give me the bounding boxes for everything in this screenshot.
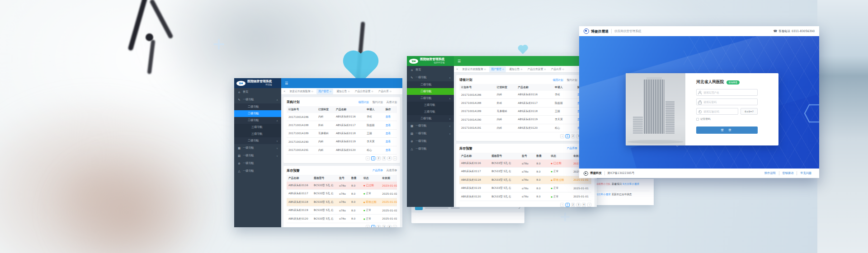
login-header: 博健供需通 供应商供货管理系统 客服电话 0311-83056390 bbox=[579, 26, 819, 36]
sidebar: 首页 一级导航 二级导航 bbox=[234, 88, 281, 227]
sidebar-item[interactable]: 一级导航 bbox=[234, 167, 281, 175]
tab-close-icon[interactable] bbox=[520, 68, 522, 70]
tab-close-icon[interactable] bbox=[311, 90, 313, 93]
column-header: 产品名称 bbox=[334, 106, 365, 113]
page-button[interactable]: › bbox=[393, 225, 397, 227]
sidebar-item[interactable]: 二级导航 bbox=[234, 117, 281, 124]
card-title: 库存预警 bbox=[459, 146, 472, 151]
login-button[interactable]: 登 录 bbox=[696, 126, 758, 134]
page-button[interactable]: › bbox=[587, 203, 591, 207]
page-button[interactable]: 1 bbox=[371, 225, 375, 227]
tab-close-icon[interactable] bbox=[371, 90, 373, 93]
menu-toggle-icon[interactable] bbox=[285, 81, 288, 85]
sidebar-item[interactable]: 二级导航 bbox=[407, 95, 454, 102]
tab[interactable]: 产品出库 bbox=[549, 66, 566, 72]
sidebar-item[interactable]: 一级导航 bbox=[234, 144, 281, 152]
sidebar-item[interactable]: 一级导航 bbox=[234, 96, 281, 103]
password-input[interactable] bbox=[696, 98, 758, 105]
tab[interactable]: 用户管理 bbox=[316, 89, 333, 94]
page-button[interactable]: 4 bbox=[582, 203, 586, 207]
sidebar-item[interactable]: 三级导航 bbox=[234, 131, 281, 137]
tab-close-icon[interactable] bbox=[330, 90, 331, 93]
view-link[interactable]: 查看 bbox=[386, 115, 391, 118]
sidebar-item[interactable]: 二级导航 bbox=[234, 110, 281, 117]
sidebar-item[interactable]: 一级导航 bbox=[234, 159, 281, 167]
sidebar-item[interactable]: 二级导航 bbox=[407, 115, 454, 122]
activity-target-link[interactable]: 5月日常小需求 bbox=[623, 183, 639, 185]
tab[interactable]: 资质证件效期预警 bbox=[460, 66, 488, 72]
sidebar-item[interactable]: 一级导航 bbox=[407, 74, 454, 81]
tab[interactable]: 用户管理 bbox=[489, 66, 506, 72]
page-button[interactable]: 4 bbox=[387, 156, 392, 160]
page-button[interactable]: 1 bbox=[566, 134, 570, 138]
captcha-icon bbox=[698, 110, 701, 113]
sidebar-item[interactable]: 二级导航 bbox=[407, 88, 454, 95]
page-button[interactable]: ‹ bbox=[366, 225, 370, 227]
menu-toggle-icon[interactable] bbox=[458, 59, 461, 63]
sidebar-item[interactable]: 一级导航 bbox=[407, 122, 454, 130]
captcha-question[interactable]: 6+8=? bbox=[741, 108, 758, 115]
view-link[interactable]: 查看 bbox=[386, 124, 391, 126]
caret-icon bbox=[449, 125, 451, 127]
page-button[interactable]: 1 bbox=[371, 156, 375, 160]
page-button[interactable]: 2 bbox=[571, 134, 575, 138]
plan-filter-link[interactable]: 领用计划 bbox=[358, 100, 368, 104]
tab[interactable]: 资质证件效期预警 bbox=[288, 89, 315, 94]
page-button[interactable]: ‹ bbox=[560, 203, 564, 207]
plan-card: 请领计划 领用计划 预约计划 高值计划 bbox=[456, 75, 594, 141]
page-button[interactable]: 2 bbox=[377, 156, 381, 160]
tab[interactable]: 产品分类设置 bbox=[526, 66, 548, 72]
sidebar-item[interactable]: 首页 bbox=[407, 66, 454, 74]
username-input[interactable] bbox=[696, 89, 758, 96]
footer-link[interactable]: 操作说明 bbox=[761, 171, 779, 175]
tab[interactable]: 通知公告 bbox=[507, 66, 524, 72]
stock-filter-link[interactable]: 产品库存 bbox=[373, 169, 383, 173]
expiry-date: 2025-01-01 bbox=[571, 184, 591, 192]
tab-close-icon[interactable] bbox=[544, 68, 546, 70]
tab[interactable]: 产品出库 bbox=[377, 89, 393, 94]
page-button[interactable]: 1 bbox=[566, 203, 570, 207]
sidebar-item[interactable]: 一级导航 bbox=[407, 130, 454, 137]
remember-checkbox[interactable] bbox=[696, 118, 699, 121]
tab-close-icon[interactable] bbox=[390, 90, 392, 93]
captcha-input[interactable] bbox=[696, 108, 738, 115]
tab[interactable]: 产品分类设置 bbox=[353, 89, 375, 94]
plan-filter-link[interactable]: 预约计划 bbox=[373, 100, 383, 104]
sidebar-item[interactable]: 三级导航 bbox=[407, 108, 454, 115]
plan-filter-link[interactable]: 预约计划 bbox=[567, 78, 577, 82]
collapse-icon[interactable] bbox=[283, 89, 285, 93]
plan-filter-link[interactable]: 领用计划 bbox=[552, 78, 563, 82]
page-button[interactable]: › bbox=[393, 156, 397, 160]
tab[interactable]: 通知公告 bbox=[335, 89, 351, 94]
tab-close-icon[interactable] bbox=[348, 90, 349, 93]
sidebar-item[interactable]: 三级导航 bbox=[407, 102, 454, 108]
page-button[interactable]: 3 bbox=[382, 225, 386, 227]
sidebar-item[interactable]: 三级导航 bbox=[234, 124, 281, 131]
view-link[interactable]: 查看 bbox=[386, 132, 391, 135]
page-button[interactable]: 4 bbox=[387, 225, 392, 227]
sidebar-item[interactable]: 首页 bbox=[234, 88, 281, 96]
sidebar-item[interactable]: 二级导航 bbox=[407, 81, 454, 88]
tab-close-icon[interactable] bbox=[562, 68, 564, 70]
stock-filter-link[interactable]: 产品库存 bbox=[567, 146, 577, 150]
view-link[interactable]: 查看 bbox=[386, 140, 391, 143]
sidebar-item[interactable]: 一级导航 bbox=[407, 145, 454, 153]
page-button[interactable]: ‹ bbox=[366, 156, 370, 160]
tab-close-icon[interactable] bbox=[502, 68, 504, 70]
footer-link[interactable]: 密钥驱动 bbox=[779, 171, 797, 175]
sidebar-item[interactable]: 二级导航 bbox=[234, 137, 281, 144]
page-button[interactable]: 3 bbox=[576, 203, 580, 207]
collapse-icon[interactable] bbox=[456, 67, 458, 71]
view-link[interactable]: 查看 bbox=[386, 149, 391, 151]
stock-filter-link[interactable]: 高值库存 bbox=[387, 169, 397, 173]
page-button[interactable]: 3 bbox=[382, 156, 386, 160]
plan-filter-link[interactable]: 高值计划 bbox=[387, 100, 397, 104]
sidebar-item[interactable]: 一级导航 bbox=[234, 152, 281, 159]
tab-close-icon[interactable] bbox=[484, 68, 486, 70]
footer-link[interactable]: 常见问题 bbox=[797, 171, 815, 175]
sidebar-item[interactable]: 二级导航 bbox=[234, 103, 281, 110]
page-button[interactable]: ‹ bbox=[560, 134, 564, 138]
sidebar-item[interactable]: 一级导航 bbox=[407, 137, 454, 145]
page-button[interactable]: 2 bbox=[377, 225, 381, 227]
page-button[interactable]: 2 bbox=[571, 203, 575, 207]
